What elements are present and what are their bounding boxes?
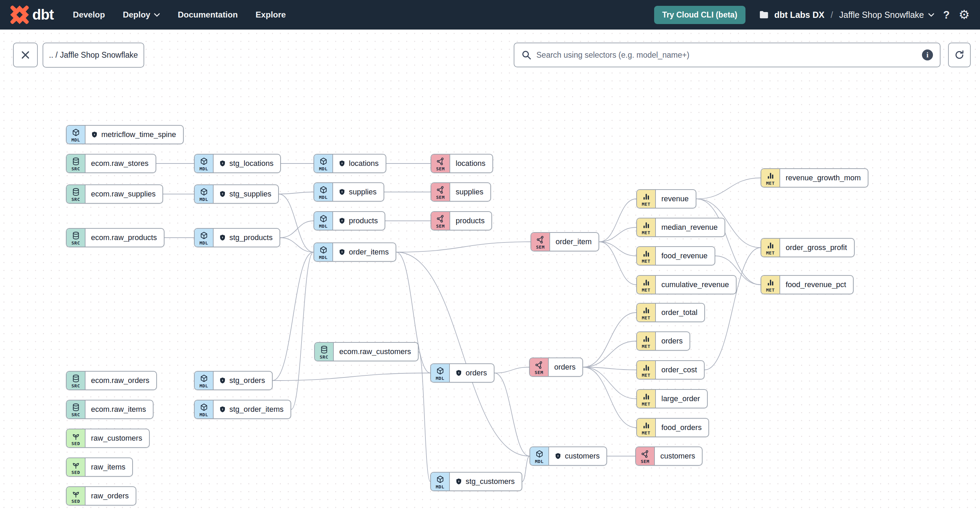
info-circle-icon[interactable]: i xyxy=(922,49,933,60)
node-orders-mdl[interactable]: MDLorders xyxy=(430,363,495,383)
shield-icon xyxy=(339,160,345,167)
node-label: customers xyxy=(565,452,600,461)
node-order_gross_profit-met[interactable]: METorder_gross_profit xyxy=(760,238,855,257)
node-label: revenue xyxy=(661,194,689,203)
node-label: order_item xyxy=(555,237,592,246)
edge-sem_orders-to-met_large_order xyxy=(583,367,636,399)
node-label: large_order xyxy=(661,394,700,403)
node-type-label: MET xyxy=(642,401,651,407)
node-type-badge: MDL xyxy=(195,229,213,247)
cube-icon xyxy=(199,188,208,196)
nav-explore[interactable]: Explore xyxy=(256,10,286,19)
node-label: ecom.raw_orders xyxy=(91,376,150,385)
node-label: orders xyxy=(554,363,576,372)
search-input[interactable] xyxy=(536,51,917,60)
node-locations-sem[interactable]: SEMlocations xyxy=(431,154,493,173)
cube-icon xyxy=(319,214,328,223)
node-customers-mdl[interactable]: MDLcustomers xyxy=(530,447,607,466)
node-raw_items-sed[interactable]: SEDraw_items xyxy=(66,458,133,477)
node-type-label: SED xyxy=(72,470,80,475)
node-order_items-mdl[interactable]: MDLorder_items xyxy=(313,242,396,262)
node-type-badge: SRC xyxy=(67,372,86,390)
node-type-label: MDL xyxy=(199,166,208,172)
node-raw_customers-sed[interactable]: SEDraw_customers xyxy=(66,429,150,448)
node-body: stg_customers xyxy=(450,472,522,490)
node-label: food_revenue_pct xyxy=(786,280,846,289)
node-stg_order_items-mdl[interactable]: MDLstg_order_items xyxy=(194,400,291,419)
node-label: ecom.raw_customers xyxy=(339,347,411,356)
node-food_revenue-met[interactable]: METfood_revenue xyxy=(636,246,715,266)
edge-sem_order_item-to-met_median_revenue xyxy=(599,227,636,242)
node-food_revenue_pct-met[interactable]: METfood_revenue_pct xyxy=(760,275,854,294)
node-order_item-sem[interactable]: SEMorder_item xyxy=(531,232,599,251)
nav-deploy[interactable]: Deploy xyxy=(123,10,160,19)
node-type-label: MET xyxy=(642,315,651,320)
node-label: products xyxy=(349,216,378,225)
node-type-badge: MET xyxy=(637,361,656,379)
breadcrumb[interactable]: .. / Jaffle Shop Snowflake xyxy=(43,43,144,68)
node-type-label: SEM xyxy=(436,166,445,172)
node-stg_locations-mdl[interactable]: MDLstg_locations xyxy=(194,154,281,173)
node-stg_customers-mdl[interactable]: MDLstg_customers xyxy=(430,472,522,491)
edge-met_revenue-to-met_food_revenue_pct xyxy=(696,199,760,285)
node-revenue-met[interactable]: METrevenue xyxy=(636,189,696,208)
node-metricflow_time_spine-mdl[interactable]: MDLmetricflow_time_spine xyxy=(66,125,184,144)
node-ecom.raw_orders-src[interactable]: SRCecom.raw_orders xyxy=(66,371,157,390)
gear-icon[interactable]: ⚙ xyxy=(959,9,970,21)
lineage-canvas[interactable]: MDLmetricflow_time_spineSRCecom.raw_stor… xyxy=(0,30,980,509)
node-stg_supplies-mdl[interactable]: MDLstg_supplies xyxy=(194,185,279,204)
node-type-label: MET xyxy=(642,373,651,378)
node-orders-met[interactable]: METorders xyxy=(636,331,690,351)
node-stg_products-mdl[interactable]: MDLstg_products xyxy=(194,228,280,247)
node-type-label: MDL xyxy=(199,197,208,202)
shield-icon xyxy=(219,234,226,241)
node-revenue_growth_mom-met[interactable]: METrevenue_growth_mom xyxy=(760,168,869,188)
node-type-badge: MET xyxy=(637,247,656,265)
node-ecom.raw_items-src[interactable]: SRCecom.raw_items xyxy=(66,400,153,419)
search-bar: i xyxy=(514,43,940,67)
node-body: order_total xyxy=(656,304,704,321)
node-customers-sem[interactable]: SEMcustomers xyxy=(635,447,703,466)
node-food_orders-met[interactable]: METfood_orders xyxy=(636,418,709,437)
dbt-logo[interactable]: dbt xyxy=(10,5,54,24)
node-label: ecom.raw_products xyxy=(91,233,157,242)
node-locations-mdl[interactable]: MDLlocations xyxy=(313,154,386,173)
node-order_total-met[interactable]: METorder_total xyxy=(636,303,705,322)
nav-develop[interactable]: Develop xyxy=(73,10,105,19)
node-median_revenue-met[interactable]: METmedian_revenue xyxy=(636,218,725,237)
node-supplies-mdl[interactable]: MDLsupplies xyxy=(313,182,384,202)
node-cumulative_revenue-met[interactable]: METcumulative_revenue xyxy=(636,275,737,294)
project-selector[interactable]: Jaffle Shop Snowflake xyxy=(839,10,934,20)
bar-chart-icon xyxy=(642,363,651,372)
node-type-label: MET xyxy=(642,230,651,235)
node-orders-sem[interactable]: SEMorders xyxy=(529,358,583,377)
try-cloud-cli-button[interactable]: Try Cloud CLI (beta) xyxy=(654,6,746,24)
node-label: stg_locations xyxy=(229,159,273,168)
node-type-badge: SED xyxy=(67,429,86,447)
account-name[interactable]: dbt Labs DX xyxy=(774,10,824,20)
node-ecom.raw_supplies-src[interactable]: SRCecom.raw_supplies xyxy=(66,185,163,204)
node-products-sem[interactable]: SEMproducts xyxy=(431,211,492,231)
node-label: food_revenue xyxy=(661,251,708,260)
node-type-label: MET xyxy=(642,430,651,436)
close-button[interactable] xyxy=(13,43,38,67)
node-supplies-sem[interactable]: SEMsupplies xyxy=(431,182,491,202)
node-ecom.raw_products-src[interactable]: SRCecom.raw_products xyxy=(66,228,164,247)
node-type-badge: MET xyxy=(637,332,656,350)
shield-icon xyxy=(339,189,345,196)
bar-chart-icon xyxy=(642,221,651,230)
nav-documentation[interactable]: Documentation xyxy=(178,10,238,19)
edge-mdl_orders-to-mdl_customers xyxy=(495,373,530,456)
node-order_cost-met[interactable]: METorder_cost xyxy=(636,360,705,380)
node-ecom.raw_customers-src[interactable]: SRCecom.raw_customers xyxy=(314,342,418,361)
question-mark-icon[interactable]: ? xyxy=(943,10,950,20)
node-label: median_revenue xyxy=(661,223,718,232)
node-raw_orders-sed[interactable]: SEDraw_orders xyxy=(66,486,136,506)
node-products-mdl[interactable]: MDLproducts xyxy=(313,211,385,231)
node-body: revenue_growth_mom xyxy=(780,169,868,187)
refresh-button[interactable] xyxy=(948,43,971,67)
node-large_order-met[interactable]: METlarge_order xyxy=(636,389,708,408)
node-type-badge: SRC xyxy=(315,343,334,361)
node-ecom.raw_stores-src[interactable]: SRCecom.raw_stores xyxy=(66,154,156,173)
node-stg_orders-mdl[interactable]: MDLstg_orders xyxy=(194,371,273,390)
